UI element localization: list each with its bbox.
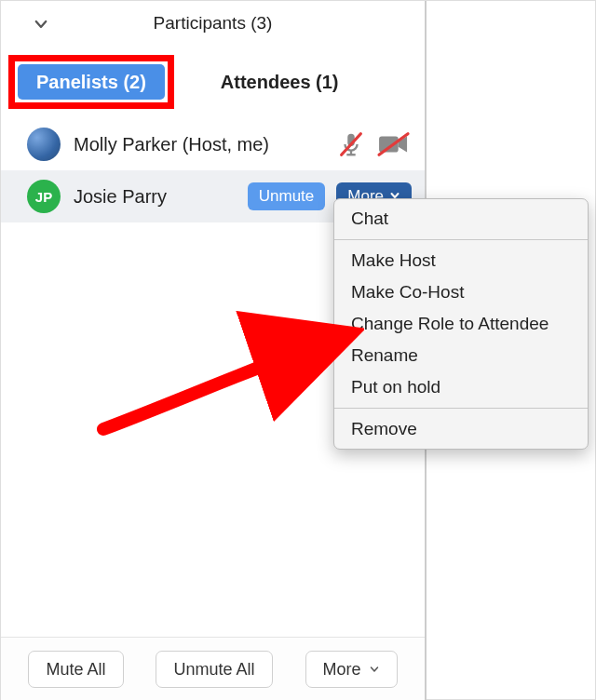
avatar	[27, 128, 61, 161]
bottom-more-label: More	[323, 660, 361, 680]
tab-attendees[interactable]: Attendees (1)	[202, 64, 358, 100]
tabs-row: Panelists (2) Attendees (1)	[1, 46, 425, 118]
bottom-bar: Mute All Unmute All More	[1, 637, 425, 700]
menu-separator	[334, 239, 588, 240]
collapse-icon[interactable]	[33, 16, 49, 33]
mute-all-label: Mute All	[46, 660, 105, 680]
menu-item-remove[interactable]: Remove	[334, 413, 588, 445]
participant-context-menu: Chat Make Host Make Co-Host Change Role …	[333, 198, 589, 450]
avatar: JP	[27, 180, 61, 213]
chevron-down-icon	[369, 660, 380, 680]
bottom-more-button[interactable]: More	[305, 651, 398, 688]
tab-panelists[interactable]: Panelists (2)	[18, 64, 165, 100]
menu-separator	[334, 408, 588, 409]
menu-item-chat[interactable]: Chat	[334, 203, 588, 235]
participant-name: Molly Parker (Host, me)	[74, 134, 337, 155]
unmute-label: Unmute	[259, 187, 315, 206]
microphone-muted-icon	[337, 130, 365, 158]
menu-item-rename[interactable]: Rename	[334, 340, 588, 371]
menu-item-make-cohost[interactable]: Make Co-Host	[334, 276, 588, 308]
status-icons	[337, 130, 412, 158]
unmute-all-label: Unmute All	[173, 660, 254, 680]
avatar-initials: JP	[35, 189, 52, 205]
tab-attendees-label: Attendees (1)	[221, 72, 339, 93]
participant-name: Josie Parry	[74, 186, 248, 208]
unmute-button[interactable]: Unmute	[248, 182, 326, 210]
video-off-icon	[376, 130, 412, 158]
unmute-all-button[interactable]: Unmute All	[156, 651, 272, 688]
panel-title: Participants (3)	[154, 13, 273, 34]
menu-item-put-on-hold[interactable]: Put on hold	[334, 371, 588, 403]
menu-item-change-role[interactable]: Change Role to Attendee	[334, 308, 588, 340]
annotation-highlight: Panelists (2)	[8, 55, 174, 109]
participant-row[interactable]: Molly Parker (Host, me)	[1, 118, 425, 170]
menu-item-make-host[interactable]: Make Host	[334, 245, 588, 276]
tab-panelists-label: Panelists (2)	[36, 72, 146, 93]
mute-all-button[interactable]: Mute All	[28, 651, 123, 688]
participants-window: Participants (3) Panelists (2) Attendees…	[0, 0, 596, 700]
panel-header: Participants (3)	[1, 1, 425, 46]
